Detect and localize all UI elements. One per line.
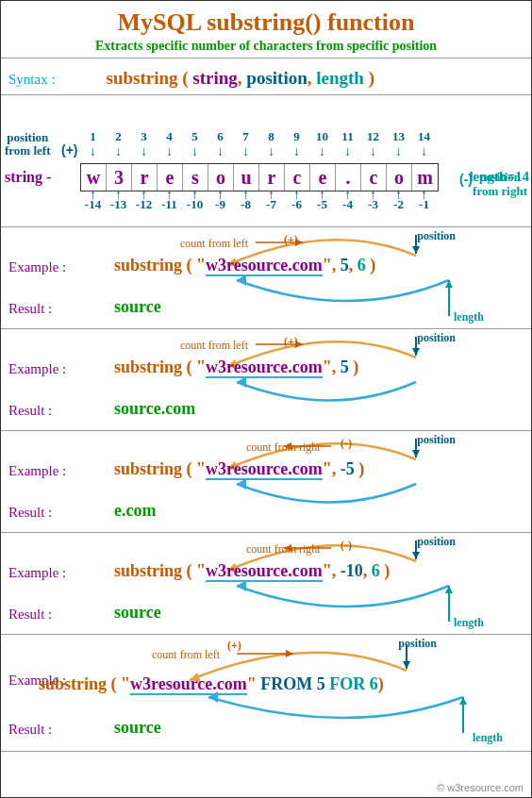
result-value: source <box>114 603 161 623</box>
arrow-down-icon <box>80 144 106 158</box>
pos-num-top: 5 <box>182 129 208 144</box>
arrow-down-icon <box>106 144 131 158</box>
pos-num-bot: -10 <box>182 197 208 212</box>
arrow-down-icon <box>335 144 360 158</box>
example-call: substring ( "w3resource.com", -10, 6 ) <box>114 561 390 581</box>
page-subtitle: Extracts specific number of characters f… <box>1 37 531 58</box>
example-block-4: count from right(-)positionlengthExample… <box>1 533 531 635</box>
pos-num-bot: -1 <box>411 197 437 212</box>
syntax-fn: substring <box>106 68 177 88</box>
position-anno: position <box>398 637 437 651</box>
pos-num-top: 12 <box>360 129 386 144</box>
example-call: substring ( "w3resource.com", 5 ) <box>114 357 358 377</box>
result-value: e.com <box>114 501 156 521</box>
arrow-down-icon <box>233 144 258 158</box>
syntax-expression: substring ( string, position, length ) <box>106 68 374 88</box>
page-title: MySQL substring() function <box>1 1 531 37</box>
pos-num-bot: -3 <box>360 197 386 212</box>
example-call: substring ( "w3resource.com", -5 ) <box>114 459 364 479</box>
syntax-arg-position: position <box>246 68 307 88</box>
example-block-5: count from left (+) position length Exam… <box>1 635 531 752</box>
example-label: Example : <box>8 361 66 377</box>
svg-marker-25 <box>445 586 453 593</box>
result-value: source <box>114 297 161 317</box>
pos-num-bot: -4 <box>335 197 360 212</box>
example-call: substring ( "w3resource.com" FROM 5 FOR … <box>39 674 384 694</box>
syntax-arg-length: length <box>316 68 364 88</box>
result-label: Result : <box>8 722 52 738</box>
svg-marker-31 <box>403 661 410 669</box>
result-label: Result : <box>8 505 52 521</box>
sign-label: (-) <box>341 539 352 553</box>
count-direction-label: count from left <box>180 339 248 353</box>
pos-num-bot: -6 <box>284 197 309 212</box>
svg-marker-22 <box>412 552 420 559</box>
syntax-section: Syntax : substring ( string, position, l… <box>1 58 531 95</box>
string-label: string - <box>5 169 51 186</box>
example-block-3: count from right(-)positionExample :subs… <box>1 431 531 533</box>
pos-num-bot: -5 <box>309 197 335 212</box>
plus-sign: (+) <box>61 142 78 158</box>
count-direction-label: count from right <box>246 441 321 455</box>
example-label: Example : <box>8 565 66 581</box>
pos-num-bot: -12 <box>131 197 157 212</box>
syntax-arg-string: string <box>192 68 238 88</box>
minus-sign: (-) <box>459 172 473 187</box>
pos-from-left-label: position from left <box>5 131 50 158</box>
pos-num-top: 14 <box>411 129 437 144</box>
position-anno: position <box>417 331 456 345</box>
example-block-2: count from left(+)positionExample :subst… <box>1 329 531 431</box>
arrow-down-icon <box>360 144 386 158</box>
arrow-down-icon <box>182 144 208 158</box>
top-position-numbers: 1234567891011121314 <box>80 129 437 144</box>
arrow-down-icon <box>386 144 411 158</box>
example-call: substring ( "w3resource.com", 5, 6 ) <box>114 256 375 275</box>
position-anno: position <box>417 229 456 243</box>
svg-marker-10 <box>412 348 420 356</box>
pos-num-bot: -9 <box>208 197 233 212</box>
result-label: Result : <box>8 403 52 419</box>
result-label: Result : <box>8 607 52 623</box>
position-anno: position <box>417 433 456 447</box>
arrow-down-icon <box>131 144 157 158</box>
sign-label: (+) <box>284 335 298 349</box>
arrow-down-icon <box>411 144 437 158</box>
pos-num-bot: -8 <box>233 197 258 212</box>
string-diagram: position from left (+) string - length=1… <box>1 95 531 227</box>
pos-num-top: 10 <box>309 129 335 144</box>
example-label: Example : <box>8 463 66 479</box>
svg-marker-16 <box>412 450 420 457</box>
count-direction-label: count from left <box>180 237 248 251</box>
count-direction-label: count from right <box>246 542 321 557</box>
position-anno: position <box>417 535 456 549</box>
svg-marker-2 <box>412 246 420 254</box>
arrow-down-icon <box>258 144 284 158</box>
pos-num-top: 4 <box>157 129 182 144</box>
pos-num-top: 9 <box>284 129 309 144</box>
arrow-down-icon <box>284 144 309 158</box>
arrow-down-icon <box>208 144 233 158</box>
footer-credit: © w3resource.com <box>437 782 524 793</box>
length-anno: length <box>454 310 484 324</box>
pos-num-top: 7 <box>233 129 258 144</box>
example-label: Example : <box>8 259 66 275</box>
pos-num-top: 11 <box>335 129 360 144</box>
pos-from-right-label: position from right <box>473 171 527 198</box>
pos-num-top: 13 <box>386 129 411 144</box>
example-block-1: count from left(+)positionlengthExample … <box>1 227 531 329</box>
svg-marker-5 <box>445 280 453 288</box>
sign-label: (+) <box>284 233 298 247</box>
count-direction-label: count from left <box>152 648 220 662</box>
length-anno: length <box>454 616 484 630</box>
pos-num-bot: -7 <box>258 197 284 212</box>
pos-num-top: 8 <box>258 129 284 144</box>
pos-num-bot: -2 <box>386 197 411 212</box>
arrow-down-icon <box>309 144 335 158</box>
pos-num-top: 2 <box>106 129 131 144</box>
pos-num-bot: -13 <box>106 197 131 212</box>
pos-num-bot: -11 <box>157 197 182 212</box>
pos-num-top: 6 <box>208 129 233 144</box>
pos-num-top: 3 <box>131 129 157 144</box>
sign-label: (-) <box>341 437 352 451</box>
result-value: source <box>114 718 161 738</box>
